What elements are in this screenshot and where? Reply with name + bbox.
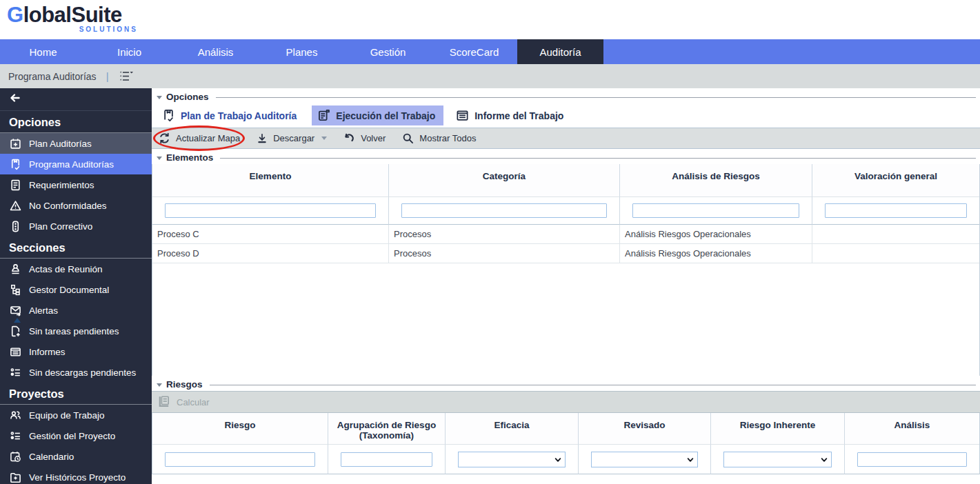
sidebar-item-label: Alertas xyxy=(29,305,58,316)
stamp-icon xyxy=(9,263,21,275)
cell-analisis[interactable]: Análisis Riesgos Operacionales xyxy=(620,244,812,263)
column-header-revisado[interactable]: Revisado xyxy=(579,413,711,445)
refresh-icon xyxy=(159,132,170,144)
elementos-section-header[interactable]: Elementos xyxy=(152,149,980,164)
filter-input-agrupacion[interactable] xyxy=(341,452,432,467)
sidebar-item-calendario[interactable]: Calendario xyxy=(0,446,152,467)
riesgos-filter-row xyxy=(152,445,979,474)
cell-categoria[interactable]: Procesos xyxy=(389,225,620,244)
sidebar-item-sin-descargas-pendientes[interactable]: Sin descargas pendientes xyxy=(0,362,152,383)
sidebar-item-no-conformidades[interactable]: No Conformidades xyxy=(0,195,152,216)
volver-button[interactable]: Volver xyxy=(343,132,386,144)
toolbar-button-label: Descargar xyxy=(273,133,314,143)
sidebar-item-label: Gestor Documental xyxy=(29,285,109,295)
app-window: GlobalSuite SOLUTIONS Home Inicio Anális… xyxy=(0,0,980,484)
collapse-caret-icon xyxy=(157,157,162,160)
sidebar-item-gestion-del-proyecto[interactable]: Gestión del Proyecto xyxy=(0,425,152,446)
column-header-valoracion-general[interactable]: Valoración general xyxy=(812,164,979,197)
opciones-section-header[interactable]: Opciones xyxy=(152,88,980,103)
nav-item-inicio[interactable]: Inicio xyxy=(86,39,172,64)
column-header-elemento[interactable]: Elemento xyxy=(152,164,389,197)
calcular-button[interactable]: Calcular xyxy=(158,395,210,410)
mostrar-todos-button[interactable]: Mostrar Todos xyxy=(402,132,476,144)
cell-analisis[interactable]: Análisis Riesgos Operacionales xyxy=(620,225,812,244)
section-divider xyxy=(216,97,976,98)
tab-ejecucion-del-trabajo[interactable]: Ejecución del Trabajo xyxy=(312,105,443,125)
filter-input-riesgo[interactable] xyxy=(165,452,315,467)
actions-toolbar: Actualizar Mapa Descargar Volver xyxy=(152,128,980,149)
chevron-down-icon xyxy=(554,456,562,464)
dropdown-caret-icon[interactable] xyxy=(321,137,327,140)
book-check-icon xyxy=(9,158,21,170)
column-header-eficacia[interactable]: Eficacia xyxy=(446,413,579,445)
sidebar-item-label: Ver Históricos Proyecto xyxy=(29,472,126,483)
nav-item-auditoria[interactable]: Auditoría xyxy=(517,39,603,64)
sidebar-item-label: Requerimientos xyxy=(29,180,94,190)
nav-item-planes[interactable]: Planes xyxy=(259,39,345,64)
cell-valoracion[interactable] xyxy=(812,244,979,263)
sidebar-item-label: Plan Correctivo xyxy=(29,221,92,232)
filter-select-riesgo-inherente[interactable] xyxy=(723,452,832,467)
breadcrumb: Programa Auditorías xyxy=(8,71,97,82)
work-tabs: Plan de Trabajo Auditoría Ejecución del … xyxy=(152,103,980,128)
filter-input-analisis[interactable] xyxy=(857,452,967,467)
filter-input-valoracion-general[interactable] xyxy=(825,203,967,218)
cell-elemento[interactable]: Proceso D xyxy=(152,244,389,263)
sidebar-item-programa-auditorias[interactable]: Programa Auditorías xyxy=(0,154,152,174)
cell-valoracion[interactable] xyxy=(812,225,979,244)
sidebar-item-informes[interactable]: Informes xyxy=(0,341,152,362)
nav-item-home[interactable]: Home xyxy=(0,39,86,64)
cell-elemento[interactable]: Proceso C xyxy=(152,225,389,244)
sidebar-item-plan-auditorias[interactable]: Plan Auditorías xyxy=(0,133,152,154)
sidebar-item-requerimientos[interactable]: Requerimientos xyxy=(0,174,152,195)
filter-select-eficacia[interactable] xyxy=(458,452,566,467)
sidebar: Opciones Plan Auditorías Programa Audito… xyxy=(0,88,152,484)
elementos-filter-row xyxy=(152,197,979,225)
sidebar-item-plan-correctivo[interactable]: Plan Correctivo xyxy=(0,216,152,236)
sidebar-collapse-button[interactable] xyxy=(0,88,152,111)
tab-informe-del-trabajo[interactable]: Informe del Trabajo xyxy=(450,105,572,125)
column-header-analisis[interactable]: Análisis xyxy=(845,413,979,445)
sidebar-item-equipo-de-trabajo[interactable]: Equipo de Trabajo xyxy=(0,405,152,425)
sidebar-item-ver-historicos-proyecto[interactable]: Ver Históricos Proyecto xyxy=(0,467,152,484)
riesgos-section-header[interactable]: Riesgos xyxy=(152,376,980,391)
riesgos-header-row: Riesgo Agrupación de Riesgo (Taxonomía) … xyxy=(152,413,979,445)
nav-item-analisis[interactable]: Análisis xyxy=(172,39,259,64)
sidebar-item-actas-de-reunion[interactable]: Actas de Reunión xyxy=(0,259,152,279)
sidebar-item-gestor-documental[interactable]: Gestor Documental xyxy=(0,279,152,300)
sidebar-item-alertas[interactable]: Alertas xyxy=(0,300,152,321)
filter-input-categoria[interactable] xyxy=(401,203,607,218)
sidebar-item-label: Sin descargas pendientes xyxy=(29,367,136,378)
actualizar-mapa-button[interactable]: Actualizar Mapa xyxy=(159,132,240,144)
filter-input-elemento[interactable] xyxy=(165,203,376,218)
sidebar-item-label: Actas de Reunión xyxy=(29,264,103,274)
column-header-riesgo-inherente[interactable]: Riesgo Inherente xyxy=(711,413,845,445)
cell-categoria[interactable]: Procesos xyxy=(389,244,620,263)
tab-label: Informe del Trabajo xyxy=(474,110,563,121)
column-header-agrupacion[interactable]: Agrupación de Riesgo (Taxonomía) xyxy=(328,413,446,445)
filter-select-revisado[interactable] xyxy=(591,452,698,467)
toolbar-button-label: Calcular xyxy=(177,397,210,407)
nav-item-scorecard[interactable]: ScoreCard xyxy=(431,39,517,64)
calendar-clock-icon xyxy=(9,450,21,463)
calc-icon xyxy=(158,395,170,410)
table-row[interactable]: Proceso D Procesos Análisis Riesgos Oper… xyxy=(152,244,979,263)
column-header-analisis-de-riesgos[interactable]: Análisis de Riesgos xyxy=(620,164,812,197)
table-row[interactable]: Proceso C Procesos Análisis Riesgos Oper… xyxy=(152,225,979,244)
section-divider xyxy=(220,158,976,159)
section-title: Riesgos xyxy=(166,379,203,390)
filter-input-analisis-de-riesgos[interactable] xyxy=(632,203,799,218)
sidebar-item-sin-tareas-pendientes[interactable]: Sin tareas pendientes xyxy=(0,321,152,341)
tab-plan-de-trabajo-auditoria[interactable]: Plan de Trabajo Auditoría xyxy=(157,105,305,125)
sidebar-item-label: Equipo de Trabajo xyxy=(29,410,105,421)
elementos-table: Elemento Categoría Análisis de Riesgos V… xyxy=(152,164,980,376)
logo-rest: lobalSuite xyxy=(23,3,122,27)
column-header-categoria[interactable]: Categoría xyxy=(389,164,620,197)
sidebar-section-secciones: Secciones xyxy=(0,236,152,259)
list-menu-icon[interactable] xyxy=(119,70,134,83)
descargar-button[interactable]: Descargar xyxy=(257,133,327,144)
sidebar-item-label: Gestión del Proyecto xyxy=(29,431,115,441)
nav-item-gestion[interactable]: Gestión xyxy=(345,39,431,64)
section-title: Opciones xyxy=(166,92,209,102)
column-header-riesgo[interactable]: Riesgo xyxy=(152,413,328,445)
